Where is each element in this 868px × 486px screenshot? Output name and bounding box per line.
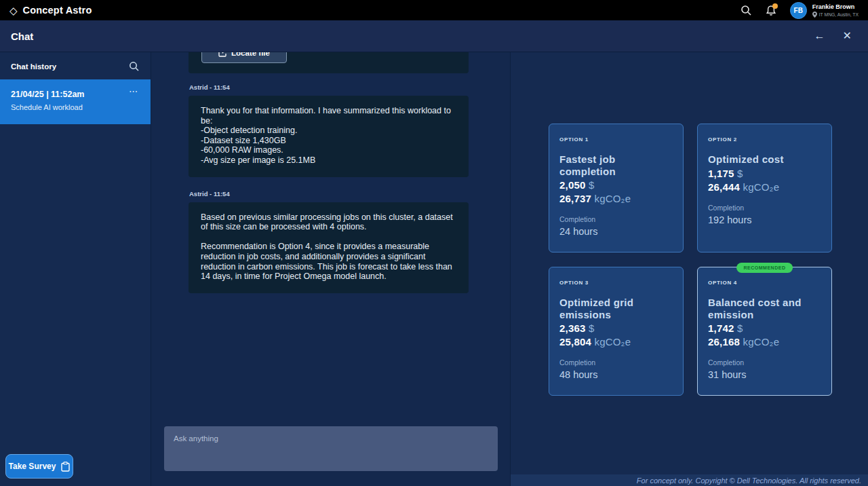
message-scroll-area[interactable]: Locate file Astrid - 11:54 Thank you for… — [151, 52, 510, 421]
emissions-value: 26,737 — [559, 193, 591, 204]
locate-file-icon — [218, 52, 226, 57]
option-emissions: 25,804 kgCO₂e — [559, 336, 673, 348]
chat-titlebar: Chat ← ✕ — [0, 20, 868, 52]
user-meta: Frankie Brown IT MNG, Austin, TX — [812, 3, 859, 18]
page-title: Chat — [11, 31, 33, 42]
locate-file-button[interactable]: Locate file — [201, 52, 287, 63]
option-label: OPTION 4 — [708, 280, 821, 286]
cost-value: 1,742 — [708, 322, 734, 334]
back-arrow-icon[interactable]: ← — [814, 31, 825, 41]
user-location-text: IT MNG, Austin, TX — [819, 12, 859, 17]
chat-input[interactable] — [164, 426, 498, 471]
completion-value: 192 hours — [708, 214, 821, 225]
message-bubble: Thank you for that information. I have s… — [189, 96, 469, 177]
message-author: Astrid - 11:54 — [189, 83, 469, 91]
user-location: IT MNG, Austin, TX — [812, 12, 859, 18]
option-label: OPTION 3 — [559, 280, 673, 286]
option-title: Balanced cost and emission — [708, 297, 821, 320]
completion-label: Completion — [708, 204, 821, 212]
option-card-1[interactable]: OPTION 1 Fastest job completion 2,050 $ … — [549, 124, 684, 253]
notification-dot — [772, 3, 778, 9]
user-name: Frankie Brown — [812, 3, 859, 10]
cost-unit: $ — [737, 168, 743, 179]
cost-value: 2,050 — [559, 179, 586, 191]
app-logo-icon: ◇ — [9, 5, 18, 16]
search-icon[interactable] — [741, 5, 752, 16]
emissions-unit: kgCO₂e — [594, 336, 631, 348]
emissions-unit: kgCO₂e — [594, 193, 631, 204]
clipboard-icon — [61, 462, 70, 472]
completion-block: Completion 192 hours — [708, 204, 821, 225]
option-emissions: 26,737 kgCO₂e — [559, 193, 673, 204]
user-profile-chip[interactable]: FB Frankie Brown IT MNG, Austin, TX — [790, 2, 859, 19]
option-card-2[interactable]: OPTION 2 Optimized cost 1,175 $ 26,444 k… — [697, 124, 832, 253]
top-app-bar: ◇ Concept Astro FB Frankie Brown IT MNG,… — [0, 0, 868, 20]
chat-item-date: 21/04/25 | 11:52am — [11, 90, 140, 99]
option-title: Optimized cost — [708, 153, 821, 166]
option-card-4[interactable]: RECOMMENDED OPTION 4 Balanced cost and e… — [697, 267, 832, 396]
emissions-value: 26,168 — [708, 336, 740, 348]
history-header: Chat history — [0, 52, 151, 79]
option-card-3[interactable]: OPTION 3 Optimized grid emissions 2,363 … — [549, 267, 684, 396]
locate-file-label: Locate file — [231, 52, 270, 57]
completion-block: Completion 48 hours — [559, 358, 673, 380]
message-bubble-clipped: Locate file — [189, 52, 469, 73]
cost-unit: $ — [737, 322, 743, 334]
chat-history-item[interactable]: 21/04/25 | 11:52am Schedule AI workload … — [0, 79, 151, 124]
footer: For concept only. Copyright © Dell Techn… — [511, 474, 868, 486]
emissions-value: 26,444 — [708, 181, 740, 193]
option-emissions: 26,168 kgCO₂e — [708, 336, 821, 348]
completion-value: 48 hours — [559, 369, 673, 380]
cost-value: 2,363 — [559, 322, 586, 334]
option-cost: 1,742 $ — [708, 322, 821, 334]
app-screen: ◇ Concept Astro FB Frankie Brown IT MNG,… — [0, 0, 868, 486]
option-cost: 2,363 $ — [559, 322, 673, 334]
emissions-unit: kgCO₂e — [743, 181, 779, 193]
cost-value: 1,175 — [708, 168, 734, 179]
completion-label: Completion — [559, 215, 673, 223]
completion-label: Completion — [559, 358, 673, 367]
history-search-icon[interactable] — [129, 61, 140, 72]
recommended-badge: RECOMMENDED — [736, 263, 793, 273]
completion-block: Completion 24 hours — [559, 215, 673, 237]
emissions-unit: kgCO₂e — [743, 336, 779, 348]
message-bubble: Based on previous similar processing job… — [189, 202, 469, 293]
option-label: OPTION 1 — [559, 136, 673, 143]
take-survey-button[interactable]: Take Survey — [5, 454, 73, 479]
close-icon[interactable]: ✕ — [843, 31, 852, 41]
message-text: Thank you for that information. I have s… — [189, 96, 469, 177]
copyright-text: For concept only. Copyright © Dell Techn… — [637, 476, 861, 485]
cost-unit: $ — [589, 322, 595, 334]
take-survey-label: Take Survey — [9, 462, 56, 471]
item-overflow-menu-icon[interactable]: ⋯ — [129, 86, 138, 96]
cost-unit: $ — [589, 179, 595, 191]
location-pin-icon — [812, 12, 817, 18]
avatar: FB — [790, 2, 807, 19]
chat-item-title: Schedule AI workload — [11, 103, 140, 111]
history-title: Chat history — [11, 62, 56, 71]
option-cost: 1,175 $ — [708, 168, 821, 179]
option-title: Fastest job completion — [559, 153, 673, 177]
option-cost: 2,050 $ — [559, 179, 673, 191]
option-label: OPTION 2 — [708, 136, 821, 143]
completion-value: 24 hours — [559, 226, 673, 237]
completion-value: 31 hours — [708, 369, 821, 380]
option-emissions: 26,444 kgCO₂e — [708, 181, 821, 193]
completion-label: Completion — [708, 358, 821, 367]
option-title: Optimized grid emissions — [559, 297, 673, 320]
topbar-actions: FB Frankie Brown IT MNG, Austin, TX — [741, 2, 859, 19]
titlebar-actions: ← ✕ — [814, 31, 857, 41]
emissions-value: 25,804 — [559, 336, 591, 348]
options-panel: OPTION 1 Fastest job completion 2,050 $ … — [511, 52, 868, 486]
chat-conversation-panel: Locate file Astrid - 11:54 Thank you for… — [151, 52, 511, 486]
notifications-bell-icon[interactable] — [766, 5, 776, 16]
message-text: Based on previous similar processing job… — [189, 202, 469, 293]
message-author: Astrid - 11:54 — [189, 190, 469, 198]
completion-block: Completion 31 hours — [708, 358, 821, 380]
chat-history-sidebar: Chat history 21/04/25 | 11:52am Schedule… — [0, 52, 151, 486]
app-name: Concept Astro — [23, 5, 92, 16]
